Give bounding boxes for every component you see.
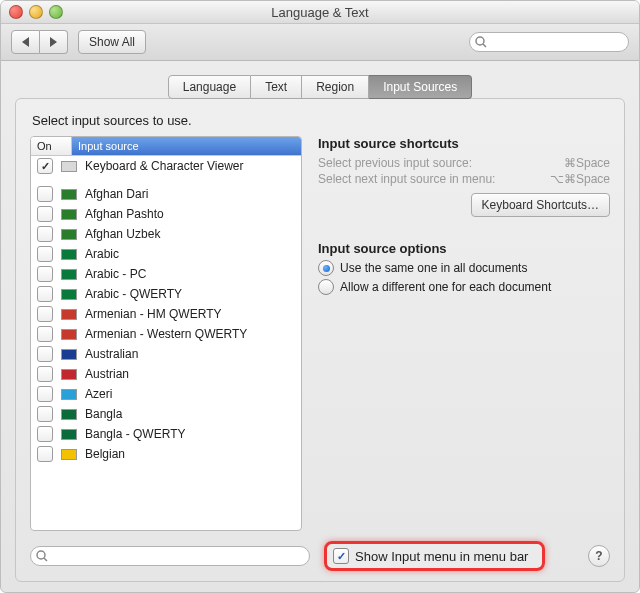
toolbar: Show All bbox=[1, 24, 639, 61]
options-heading: Input source options bbox=[318, 241, 610, 256]
list-item[interactable]: Afghan Pashto bbox=[31, 204, 301, 224]
list-item-checkbox[interactable] bbox=[37, 226, 53, 242]
chevron-right-icon bbox=[50, 37, 57, 47]
list-item-checkbox[interactable] bbox=[37, 306, 53, 322]
list-item-label: Belgian bbox=[85, 447, 125, 461]
content: LanguageTextRegionInput Sources Select i… bbox=[1, 61, 639, 592]
flag-icon bbox=[61, 389, 77, 400]
list-item-checkbox[interactable] bbox=[37, 446, 53, 462]
radio-icon bbox=[318, 279, 334, 295]
flag-icon bbox=[61, 269, 77, 280]
list-item-label: Arabic - QWERTY bbox=[85, 287, 182, 301]
column-header-source[interactable]: Input source bbox=[72, 137, 301, 155]
right-column: Input source shortcuts Select previous i… bbox=[318, 136, 610, 531]
shortcut-next-keys: ⌥⌘Space bbox=[550, 172, 610, 186]
list-item[interactable]: Keyboard & Character Viewer bbox=[31, 156, 301, 176]
show-input-menu-checkbox[interactable] bbox=[333, 548, 349, 564]
option-diff-row[interactable]: Allow a different one for each document bbox=[318, 279, 610, 295]
flag-icon bbox=[61, 409, 77, 420]
list-item[interactable]: Azeri bbox=[31, 384, 301, 404]
flag-icon bbox=[61, 189, 77, 200]
keyboard-shortcuts-button[interactable]: Keyboard Shortcuts… bbox=[471, 193, 610, 217]
flag-icon bbox=[61, 161, 77, 172]
list-item-label: Australian bbox=[85, 347, 138, 361]
tab-region[interactable]: Region bbox=[302, 75, 369, 99]
flag-icon bbox=[61, 289, 77, 300]
list-item-checkbox[interactable] bbox=[37, 246, 53, 262]
instruction-text: Select input sources to use. bbox=[32, 113, 610, 128]
nav-back-forward bbox=[11, 30, 68, 54]
list-item[interactable]: Armenian - Western QWERTY bbox=[31, 324, 301, 344]
list-item[interactable]: Arabic - PC bbox=[31, 264, 301, 284]
options-block: Input source options Use the same one in… bbox=[318, 241, 610, 295]
list-item-checkbox[interactable] bbox=[37, 186, 53, 202]
list-item-checkbox[interactable] bbox=[37, 326, 53, 342]
flag-icon bbox=[61, 209, 77, 220]
zoom-window-button[interactable] bbox=[49, 5, 63, 19]
show-all-button[interactable]: Show All bbox=[78, 30, 146, 54]
list-item[interactable]: Armenian - HM QWERTY bbox=[31, 304, 301, 324]
help-button[interactable]: ? bbox=[588, 545, 610, 567]
option-same-row[interactable]: Use the same one in all documents bbox=[318, 260, 610, 276]
pane-search bbox=[30, 546, 310, 566]
list-item-checkbox[interactable] bbox=[37, 266, 53, 282]
list-item[interactable]: Bangla - QWERTY bbox=[31, 424, 301, 444]
flag-icon bbox=[61, 309, 77, 320]
list-body[interactable]: Keyboard & Character ViewerAfghan DariAf… bbox=[31, 156, 301, 530]
list-item-checkbox[interactable] bbox=[37, 206, 53, 222]
preferences-window: Language & Text Show All LanguageTextReg… bbox=[0, 0, 640, 593]
tab-input-sources[interactable]: Input Sources bbox=[369, 75, 472, 99]
list-item-label: Keyboard & Character Viewer bbox=[85, 159, 244, 173]
list-item[interactable]: Belgian bbox=[31, 444, 301, 464]
minimize-window-button[interactable] bbox=[29, 5, 43, 19]
list-item[interactable]: Bangla bbox=[31, 404, 301, 424]
toolbar-search-input[interactable] bbox=[469, 32, 629, 52]
window-controls bbox=[9, 5, 63, 19]
list-item-label: Austrian bbox=[85, 367, 129, 381]
list-item-label: Afghan Pashto bbox=[85, 207, 164, 221]
list-item-checkbox[interactable] bbox=[37, 366, 53, 382]
tab-pane-input-sources: Select input sources to use. On Input so… bbox=[15, 98, 625, 582]
list-item-checkbox[interactable] bbox=[37, 406, 53, 422]
list-item[interactable]: Arabic - QWERTY bbox=[31, 284, 301, 304]
chevron-left-icon bbox=[22, 37, 29, 47]
list-item-checkbox[interactable] bbox=[37, 426, 53, 442]
close-window-button[interactable] bbox=[9, 5, 23, 19]
flag-icon bbox=[61, 449, 77, 460]
show-input-menu-label: Show Input menu in menu bar bbox=[355, 549, 528, 564]
list-item-label: Afghan Dari bbox=[85, 187, 148, 201]
bottom-bar: Show Input menu in menu bar ? bbox=[30, 541, 610, 571]
forward-button[interactable] bbox=[40, 30, 68, 54]
window-title: Language & Text bbox=[271, 5, 368, 20]
back-button[interactable] bbox=[11, 30, 40, 54]
list-item-label: Bangla bbox=[85, 407, 122, 421]
list-item[interactable]: Afghan Dari bbox=[31, 184, 301, 204]
list-item-checkbox[interactable] bbox=[37, 158, 53, 174]
list-item-label: Arabic bbox=[85, 247, 119, 261]
list-item-checkbox[interactable] bbox=[37, 346, 53, 362]
shortcuts-heading: Input source shortcuts bbox=[318, 136, 610, 151]
list-item[interactable]: Austrian bbox=[31, 364, 301, 384]
input-source-list: On Input source Keyboard & Character Vie… bbox=[30, 136, 302, 531]
flag-icon bbox=[61, 429, 77, 440]
shortcut-next-label: Select next input source in menu: bbox=[318, 172, 495, 186]
list-item[interactable]: Afghan Uzbek bbox=[31, 224, 301, 244]
list-item-checkbox[interactable] bbox=[37, 286, 53, 302]
shortcuts-block: Select previous input source: ⌘Space Sel… bbox=[318, 155, 610, 187]
pane-search-input[interactable] bbox=[30, 546, 310, 566]
column-header-on[interactable]: On bbox=[31, 137, 72, 155]
show-input-menu-highlight: Show Input menu in menu bar bbox=[324, 541, 545, 571]
tab-bar: LanguageTextRegionInput Sources bbox=[15, 75, 625, 99]
toolbar-search bbox=[469, 32, 629, 52]
svg-line-3 bbox=[44, 558, 47, 561]
list-item-label: Armenian - HM QWERTY bbox=[85, 307, 221, 321]
list-item[interactable]: Arabic bbox=[31, 244, 301, 264]
list-item[interactable]: Australian bbox=[31, 344, 301, 364]
search-icon bbox=[36, 550, 48, 562]
svg-point-2 bbox=[37, 551, 45, 559]
list-item-label: Bangla - QWERTY bbox=[85, 427, 185, 441]
list-item-checkbox[interactable] bbox=[37, 386, 53, 402]
svg-point-0 bbox=[476, 37, 484, 45]
tab-text[interactable]: Text bbox=[251, 75, 302, 99]
tab-language[interactable]: Language bbox=[168, 75, 251, 99]
